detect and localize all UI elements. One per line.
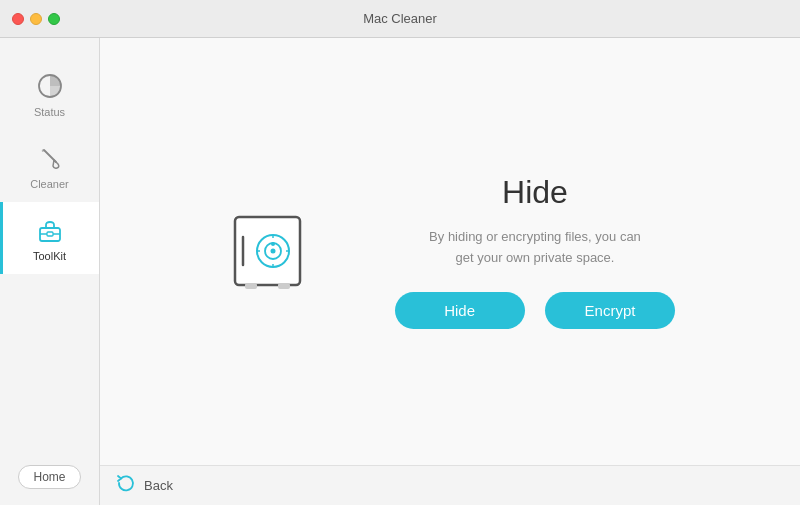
status-icon (34, 70, 66, 102)
home-button[interactable]: Home (18, 465, 80, 489)
sidebar: Status Cleaner (0, 38, 100, 505)
feature-description: By hiding or encrypting files, you can g… (425, 227, 645, 269)
sidebar-label-toolkit: ToolKit (33, 250, 66, 262)
toolkit-icon (34, 214, 66, 246)
traffic-lights (12, 13, 60, 25)
close-button[interactable] (12, 13, 24, 25)
feature-info: Hide By hiding or encrypting files, you … (395, 174, 676, 330)
encrypt-button[interactable]: Encrypt (545, 292, 676, 329)
back-label[interactable]: Back (144, 478, 173, 493)
back-icon (116, 473, 136, 498)
sidebar-item-status[interactable]: Status (0, 58, 99, 130)
hide-button[interactable]: Hide (395, 292, 525, 329)
sidebar-label-cleaner: Cleaner (30, 178, 69, 190)
svg-point-10 (271, 242, 275, 246)
app-title: Mac Cleaner (363, 11, 437, 26)
titlebar: Mac Cleaner (0, 0, 800, 38)
svg-rect-15 (245, 283, 257, 289)
back-bar: Back (100, 465, 800, 505)
sidebar-label-status: Status (34, 106, 65, 118)
sidebar-item-cleaner[interactable]: Cleaner (0, 130, 99, 202)
sidebar-bottom: Home (0, 465, 99, 505)
feature-title: Hide (502, 174, 568, 211)
svg-rect-16 (278, 283, 290, 289)
minimize-button[interactable] (30, 13, 42, 25)
feature-container: Hide By hiding or encrypting files, you … (225, 174, 676, 330)
content-body: Hide By hiding or encrypting files, you … (100, 38, 800, 465)
main-layout: Status Cleaner (0, 38, 800, 505)
safe-illustration (225, 207, 315, 297)
sidebar-item-toolkit[interactable]: ToolKit (0, 202, 99, 274)
svg-rect-5 (235, 217, 300, 285)
svg-point-9 (270, 248, 275, 253)
content-area: Hide By hiding or encrypting files, you … (100, 38, 800, 505)
cleaner-icon (34, 142, 66, 174)
maximize-button[interactable] (48, 13, 60, 25)
feature-buttons: Hide Encrypt (395, 292, 676, 329)
svg-rect-4 (47, 232, 53, 236)
